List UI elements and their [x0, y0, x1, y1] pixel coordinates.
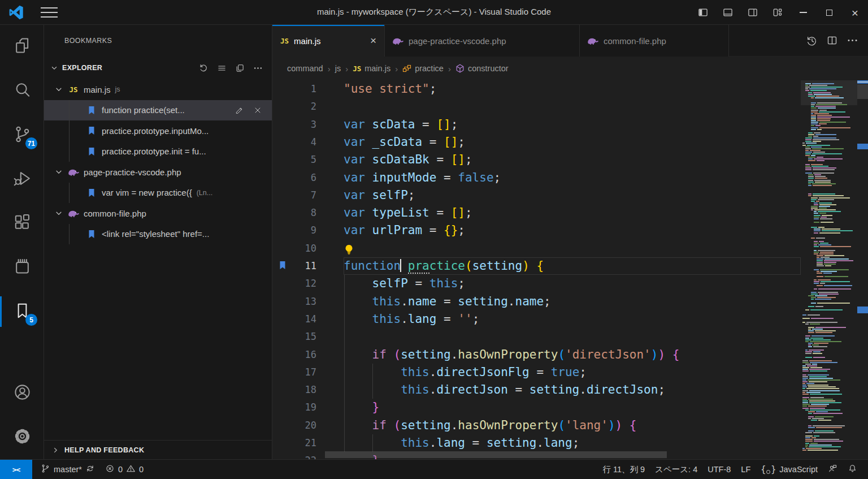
line-number[interactable]: 14 — [272, 310, 316, 328]
minimap-line — [802, 394, 842, 395]
activity-source-control[interactable]: 71 — [0, 113, 44, 157]
line-number[interactable]: 4 — [272, 133, 316, 151]
tree-bookmark-item[interactable]: var vim = new practice({(Ln... — [44, 183, 272, 204]
code-token: . — [451, 348, 458, 361]
minimap-line — [808, 425, 845, 426]
overview-ruler[interactable] — [857, 80, 868, 459]
lightbulb-icon[interactable] — [344, 243, 354, 253]
line-number[interactable]: 19 — [272, 399, 316, 416]
line-number[interactable]: 16 — [272, 346, 316, 364]
status-label: LF — [741, 465, 750, 474]
vscode-logo-icon[interactable] — [9, 5, 24, 20]
activity-bookmarks[interactable]: 5 — [0, 290, 44, 334]
minimap-line — [814, 217, 827, 218]
explorer-section-header[interactable]: EXPLORER — [44, 57, 272, 79]
minimize-button[interactable] — [790, 0, 816, 25]
maximize-button[interactable] — [816, 0, 842, 25]
tab-main-js[interactable]: JSmain.js× — [272, 25, 385, 57]
line-number[interactable]: 9 — [272, 222, 316, 239]
encoding-status-item[interactable]: UTF-8 — [702, 460, 736, 479]
tree-bookmark-item[interactable]: function practice(set... — [44, 100, 272, 121]
scrollbar-thumb[interactable] — [857, 84, 868, 99]
code-token: this — [401, 436, 429, 450]
toggle-primary-sidebar-button[interactable] — [691, 0, 715, 25]
tree-file-item[interactable]: JSmain.jsjs — [44, 79, 272, 100]
branch-status-item[interactable]: master* — [36, 460, 100, 479]
breadcrumb-item-command[interactable]: command — [287, 64, 323, 73]
remote-indicator[interactable]: >< — [0, 460, 32, 479]
breadcrumb-item-js[interactable]: js — [335, 64, 341, 73]
refresh-icon[interactable] — [197, 62, 210, 74]
duplicate-icon[interactable] — [233, 62, 246, 74]
line-number[interactable]: 10 — [272, 240, 316, 257]
feedback-status-item[interactable] — [823, 460, 843, 479]
horizontal-scrollbar[interactable] — [325, 451, 667, 458]
more-icon[interactable] — [251, 62, 264, 74]
line-number[interactable]: 15 — [272, 328, 316, 346]
code-editor[interactable]: 1"use strict";23var scData = [];4var _sc… — [272, 80, 868, 459]
listlines-icon[interactable] — [215, 62, 228, 74]
code-token: var — [344, 135, 365, 149]
close-tab-icon[interactable]: × — [363, 34, 376, 47]
tree-file-item[interactable]: page-practice-vscode.php — [44, 162, 272, 183]
minimap-line — [802, 388, 839, 389]
line-number[interactable]: 8 — [272, 204, 316, 222]
line-number[interactable]: 13 — [272, 293, 316, 310]
breadcrumb-item-main-js[interactable]: JSmain.js — [353, 64, 390, 73]
line-number[interactable]: 17 — [272, 364, 316, 381]
code-line: this.directJsonFlg = true; — [344, 364, 801, 381]
close-button[interactable]: × — [842, 0, 868, 25]
hamburger-menu-icon[interactable] — [41, 7, 58, 18]
breadcrumb-item-constructor[interactable]: constructor — [455, 64, 509, 73]
line-number[interactable]: 6 — [272, 169, 316, 187]
line-number[interactable]: 5 — [272, 151, 316, 169]
activity-settings[interactable] — [0, 415, 44, 459]
history-icon[interactable] — [804, 33, 819, 49]
activity-explorer[interactable] — [0, 25, 44, 69]
activity-search[interactable] — [0, 69, 44, 113]
breadcrumb-label: main.js — [364, 64, 390, 73]
remove-bookmark-icon[interactable] — [251, 106, 264, 115]
minimap-line — [805, 364, 817, 365]
activity-run-debug[interactable] — [0, 157, 44, 201]
tab-page-practice-vscode-php[interactable]: page-practice-vscode.php — [385, 25, 580, 57]
tab-common-file-php[interactable]: common-file.php — [580, 25, 729, 57]
line-number[interactable]: 20 — [272, 417, 316, 434]
line-number[interactable]: 2 — [272, 98, 316, 115]
split-editor-icon[interactable] — [824, 33, 840, 49]
activity-extensions[interactable] — [0, 201, 44, 245]
line-number[interactable]: 1 — [272, 80, 316, 98]
line-number[interactable]: 22 — [272, 452, 316, 459]
help-and-feedback-section[interactable]: HELP AND FEEDBACK — [44, 440, 272, 459]
minimap-line — [808, 174, 821, 175]
tree-bookmark-item[interactable]: practice.prototype.init = fu... — [44, 141, 272, 162]
code-line: "use strict"; — [344, 80, 801, 98]
indentation-status-item[interactable]: スペース: 4 — [650, 460, 702, 479]
more-icon[interactable] — [844, 33, 860, 49]
line-number[interactable]: 21 — [272, 434, 316, 452]
edit-bookmark-icon[interactable] — [233, 106, 246, 115]
problems-status-item[interactable]: 00 — [100, 460, 149, 479]
tree-file-item[interactable]: common-file.php — [44, 203, 272, 224]
activity-notepad[interactable] — [0, 245, 44, 290]
line-number[interactable]: 3 — [272, 116, 316, 133]
minimap-line — [802, 408, 825, 409]
cursor-position-status-item[interactable]: 行 11、列 9 — [597, 460, 650, 479]
minimap[interactable] — [801, 80, 857, 459]
tree-bookmark-item[interactable]: <link rel="stylesheet" href=... — [44, 224, 272, 245]
breadcrumb-separator: › — [395, 64, 398, 74]
eol-status-item[interactable]: LF — [736, 460, 756, 479]
line-number[interactable]: 12 — [272, 275, 316, 292]
breadcrumb-item-practice[interactable]: practice — [402, 64, 444, 73]
toggle-secondary-sidebar-button[interactable] — [740, 0, 765, 25]
language-mode-status-item[interactable]: {}JavaScript — [756, 460, 823, 479]
activity-accounts[interactable] — [0, 371, 44, 415]
line-number[interactable]: 7 — [272, 187, 316, 204]
notifications-status-item[interactable] — [843, 460, 862, 479]
customize-layout-button[interactable] — [765, 0, 790, 25]
code-token — [387, 418, 394, 432]
line-number[interactable]: 18 — [272, 381, 316, 399]
toggle-panel-button[interactable] — [715, 0, 740, 25]
tree-bookmark-item[interactable]: practice.prototype.inputMo... — [44, 120, 272, 141]
tree-indent-guide — [69, 183, 70, 204]
